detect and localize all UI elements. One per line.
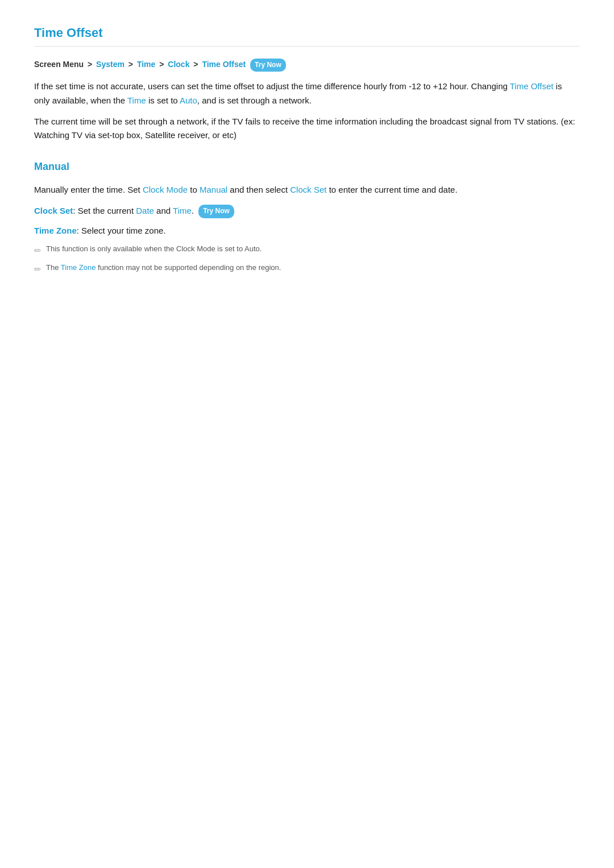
note-item-2: ✏ The Time Zone function may not be supp… — [34, 262, 580, 276]
breadcrumb-sep-1: > — [88, 60, 94, 69]
highlight-date: Date — [136, 206, 154, 215]
highlight-auto: Auto — [180, 95, 197, 105]
highlight-time: Time — [127, 95, 146, 105]
breadcrumb-sep-2: > — [128, 60, 135, 69]
and-text: and — [154, 206, 173, 215]
breadcrumb-system[interactable]: System — [96, 60, 125, 69]
term-clock-set: Clock Set — [34, 206, 73, 215]
intro-paragraph-2: The current time will be set through a n… — [34, 115, 580, 143]
note-text-2: The Time Zone function may not be suppor… — [46, 262, 281, 274]
breadcrumb-sep-3: > — [159, 60, 166, 69]
pencil-icon-2: ✏ — [34, 263, 42, 276]
pencil-icon-1: ✏ — [34, 244, 42, 258]
breadcrumb-screen-menu: Screen Menu — [34, 60, 84, 69]
page-title: Time Offset — [34, 23, 580, 47]
breadcrumb-sep-4: > — [193, 60, 200, 69]
highlight-clock-set-inline: Clock Set — [290, 185, 326, 194]
time-zone-text: : Select your time zone. — [77, 226, 166, 235]
clock-set-line: Clock Set: Set the current Date and Time… — [34, 204, 580, 218]
intro-paragraph-1: If the set time is not accurate, users c… — [34, 80, 580, 108]
highlight-manual: Manual — [200, 185, 227, 194]
highlight-time-offset: Time Offset — [510, 81, 554, 91]
time-zone-line: Time Zone: Select your time zone. — [34, 224, 580, 238]
try-now-badge-breadcrumb[interactable]: Try Now — [250, 59, 286, 72]
highlight-time-2: Time — [173, 206, 192, 215]
breadcrumb: Screen Menu > System > Time > Clock > Ti… — [34, 58, 580, 72]
breadcrumb-time-offset[interactable]: Time Offset — [202, 60, 246, 69]
notes-list: ✏ This function is only available when t… — [34, 243, 580, 276]
try-now-badge-clock-set[interactable]: Try Now — [198, 205, 234, 218]
clock-set-colon: : Set the current — [73, 206, 136, 215]
manual-paragraph: Manually enter the time. Set Clock Mode … — [34, 183, 580, 197]
manual-section-title: Manual — [34, 159, 580, 175]
term-time-zone: Time Zone — [34, 226, 77, 235]
breadcrumb-time[interactable]: Time — [137, 60, 155, 69]
highlight-clock-mode: Clock Mode — [143, 185, 188, 194]
note-text-1: This function is only available when the… — [46, 243, 262, 255]
breadcrumb-clock[interactable]: Clock — [168, 60, 189, 69]
clock-set-period: . — [192, 206, 196, 215]
note-item-1: ✏ This function is only available when t… — [34, 243, 580, 258]
